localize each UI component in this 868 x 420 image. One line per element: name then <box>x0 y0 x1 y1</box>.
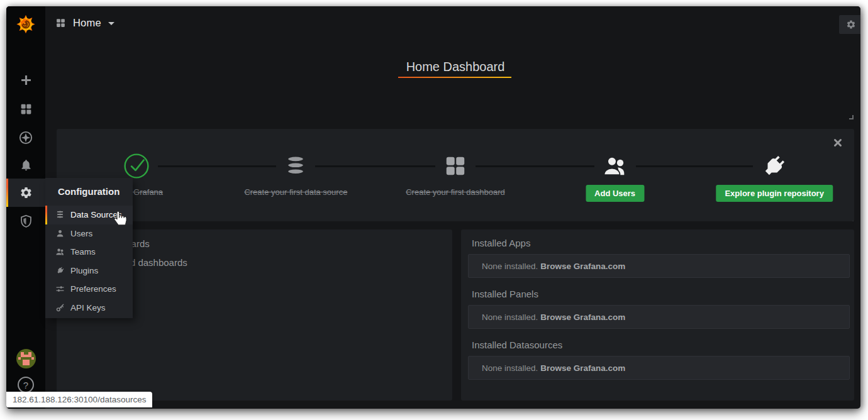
gear-icon <box>19 186 33 199</box>
configuration-menu: Configuration Data Sources Users Teams P… <box>45 178 133 318</box>
sidebar-item-create[interactable] <box>6 66 45 94</box>
menu-item-plugins[interactable]: Plugins <box>45 262 133 280</box>
page-title: Home Dashboard <box>57 60 854 74</box>
empty-text: None installed. <box>482 363 538 373</box>
menu-item-preferences[interactable]: Preferences <box>45 280 133 299</box>
explore-plugin-repository-button[interactable]: Explore plugin repository <box>716 185 832 202</box>
empty-text: None installed. <box>482 312 538 322</box>
menu-item-label: Plugins <box>70 266 98 275</box>
dashboard-settings-button[interactable] <box>839 15 860 34</box>
menu-item-teams[interactable]: Teams <box>45 243 133 262</box>
sidebar-item-server-admin[interactable] <box>6 207 45 235</box>
step-add-users: Add Users <box>535 129 695 221</box>
users-icon <box>603 153 628 179</box>
shield-icon <box>19 214 33 228</box>
bell-icon <box>19 158 33 172</box>
user-icon <box>55 229 65 238</box>
help-label: ? <box>23 380 28 390</box>
empty-plugins-box: None installed. Browse Grafana.com <box>468 356 850 380</box>
avatar[interactable] <box>16 349 36 368</box>
hand-cursor-icon <box>114 211 126 225</box>
browse-grafana-link[interactable]: Browse Grafana.com <box>540 363 625 373</box>
url-preview-text: 182.61.188.126:30100/datasources <box>13 395 146 404</box>
title-underline <box>398 77 511 78</box>
step-create-dashboard: Create your first dashboard <box>376 129 535 221</box>
menu-item-label: Users <box>70 229 92 238</box>
step-label: Create your first data source <box>244 187 347 197</box>
sidebar-item-dashboards[interactable] <box>6 95 45 123</box>
chevron-down-icon <box>108 22 114 25</box>
header: Home <box>45 6 860 39</box>
plug-icon <box>761 153 787 179</box>
step-label: Create your first dashboard <box>406 187 505 197</box>
step-create-datasource: Create your first data source <box>216 129 376 221</box>
plugin-list-panel: Installed Apps None installed. Browse Gr… <box>461 229 854 401</box>
database-icon <box>55 210 65 219</box>
empty-text: None installed. <box>482 262 538 271</box>
menu-item-users[interactable]: Users <box>45 224 133 243</box>
sliders-icon <box>55 284 65 294</box>
database-icon <box>284 155 307 177</box>
key-icon <box>55 303 65 312</box>
grafana-window: ? Home Home Dashboard <box>6 6 860 409</box>
compass-icon <box>19 131 33 145</box>
sidebar: ? <box>6 6 45 409</box>
plug-icon <box>55 266 65 275</box>
add-users-button[interactable]: Add Users <box>586 185 644 202</box>
panel-resize-handle[interactable] <box>849 115 854 119</box>
grafana-logo-icon[interactable] <box>16 14 35 33</box>
section-heading: Installed Apps <box>472 238 847 248</box>
dashboards-grid-icon <box>443 154 467 178</box>
configuration-menu-title: Configuration <box>45 178 133 206</box>
menu-item-label: API Keys <box>70 303 106 312</box>
menu-item-api-keys[interactable]: API Keys <box>45 299 133 318</box>
dashboards-grid-icon <box>19 102 33 116</box>
getting-started-panel: Install Grafana Create your first data s… <box>57 129 854 221</box>
section-heading: Installed Datasources <box>472 340 847 350</box>
empty-plugins-box: None installed. Browse Grafana.com <box>468 254 850 278</box>
check-circle-icon <box>123 153 150 179</box>
dashboard-picker[interactable]: Home <box>55 13 114 33</box>
step-explore-plugins: Explore plugin repository <box>694 129 854 221</box>
sidebar-item-explore[interactable] <box>6 123 45 152</box>
dashboard-picker-grid-icon <box>55 18 66 28</box>
sidebar-item-alerting[interactable] <box>6 151 45 179</box>
gear-icon <box>846 19 856 30</box>
browse-grafana-link[interactable]: Browse Grafana.com <box>540 262 625 271</box>
browse-grafana-link[interactable]: Browse Grafana.com <box>540 312 625 322</box>
help-icon[interactable]: ? <box>18 377 34 393</box>
users-icon <box>55 247 65 257</box>
url-preview-tooltip: 182.61.188.126:30100/datasources <box>6 392 152 407</box>
empty-plugins-box: None installed. Browse Grafana.com <box>468 305 850 329</box>
menu-item-label: Preferences <box>70 284 116 294</box>
section-heading: Installed Panels <box>472 289 847 299</box>
sidebar-item-configuration[interactable] <box>6 179 45 207</box>
dashboard-picker-label: Home <box>73 17 101 29</box>
menu-item-label: Teams <box>70 247 96 257</box>
plus-icon <box>19 74 33 87</box>
